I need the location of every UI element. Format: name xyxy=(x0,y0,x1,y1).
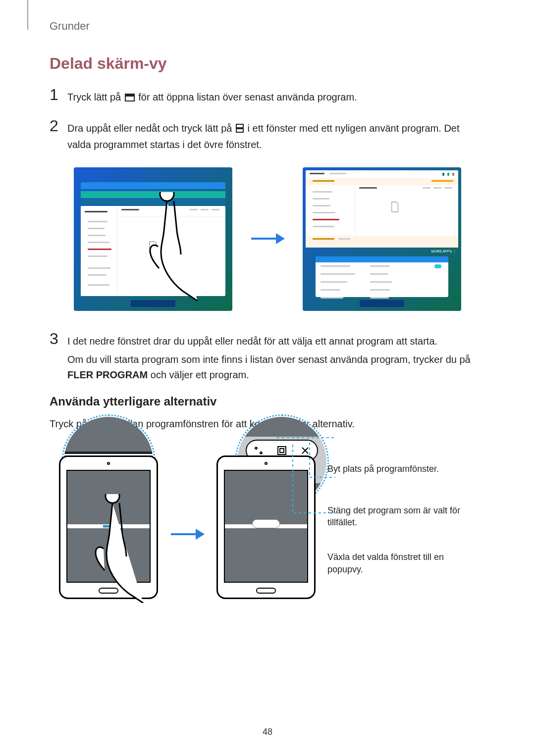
step-body: I det nedre fönstret drar du uppåt eller… xyxy=(67,331,485,386)
breadcrumb: Grunder xyxy=(50,20,90,33)
split-view-icon xyxy=(236,122,244,137)
device-mockup xyxy=(59,455,158,599)
step-text-part: I det nedre fönstret drar du uppåt eller… xyxy=(67,336,437,347)
figure-step2: MORE APPS ⋮ xyxy=(50,167,485,311)
svg-rect-3 xyxy=(236,129,243,132)
step-number: 1 xyxy=(50,87,67,102)
figure-options: Byt plats på programfönster. Stäng det p… xyxy=(50,441,485,599)
svg-rect-1 xyxy=(125,94,134,97)
recent-apps-icon xyxy=(125,91,135,106)
step-number: 2 xyxy=(50,118,67,134)
subheading: Använda ytterligare alternativ xyxy=(50,395,485,408)
screenshot-left xyxy=(74,167,232,311)
close-all-label xyxy=(131,300,175,307)
callout-close: Stäng det program som är valt för tillfä… xyxy=(327,504,476,529)
step-body: Tryck lätt på för att öppna listan över … xyxy=(67,87,357,109)
arrow-right-icon xyxy=(250,228,285,251)
popup-window-icon xyxy=(276,445,287,456)
callout-swap: Byt plats på programfönster. xyxy=(327,463,476,475)
step-text-part: Dra uppåt eller nedåt och tryck lätt på xyxy=(67,123,235,134)
step-text-part: för att öppna listan över senast använda… xyxy=(138,92,357,102)
device-mockup xyxy=(216,455,316,599)
callout-column: Byt plats på programfönster. Stäng det p… xyxy=(327,460,476,599)
step-number: 3 xyxy=(50,331,67,347)
svg-rect-9 xyxy=(280,449,284,453)
swap-windows-icon xyxy=(253,445,264,456)
step3-extra-bold: FLER PROGRAM xyxy=(67,369,148,380)
svg-rect-2 xyxy=(236,124,243,128)
step-3: 3 I det nedre fönstret drar du uppåt ell… xyxy=(50,331,485,386)
page-content: Delad skärm-vy 1 Tryck lätt på för att ö… xyxy=(50,54,485,599)
header-rule xyxy=(27,0,28,30)
close-window-icon xyxy=(300,445,311,456)
step-body: Dra uppåt eller nedåt och tryck lätt på … xyxy=(67,118,485,155)
svg-marker-5 xyxy=(276,233,285,244)
step3-extra-suffix: och väljer ett program. xyxy=(148,369,249,380)
arrow-right-icon xyxy=(170,524,205,546)
page-number: 48 xyxy=(263,727,272,737)
close-all-label xyxy=(360,300,404,307)
section-title: Delad skärm-vy xyxy=(50,54,485,73)
device-left-wrap xyxy=(59,455,158,599)
screenshot-right: MORE APPS ⋮ xyxy=(303,167,461,311)
svg-marker-7 xyxy=(196,529,205,540)
step-2: 2 Dra uppåt eller nedåt och tryck lätt p… xyxy=(50,118,485,155)
step-text-part: Tryck lätt på xyxy=(67,92,124,102)
step-1: 1 Tryck lätt på för att öppna listan öve… xyxy=(50,87,485,109)
step3-extra-prefix: Om du vill starta program som inte finns… xyxy=(67,354,471,365)
callout-popup: Växla det valda fönstret till en popupvy… xyxy=(327,551,476,575)
device-right-wrap xyxy=(216,455,316,599)
svg-rect-8 xyxy=(278,447,286,454)
